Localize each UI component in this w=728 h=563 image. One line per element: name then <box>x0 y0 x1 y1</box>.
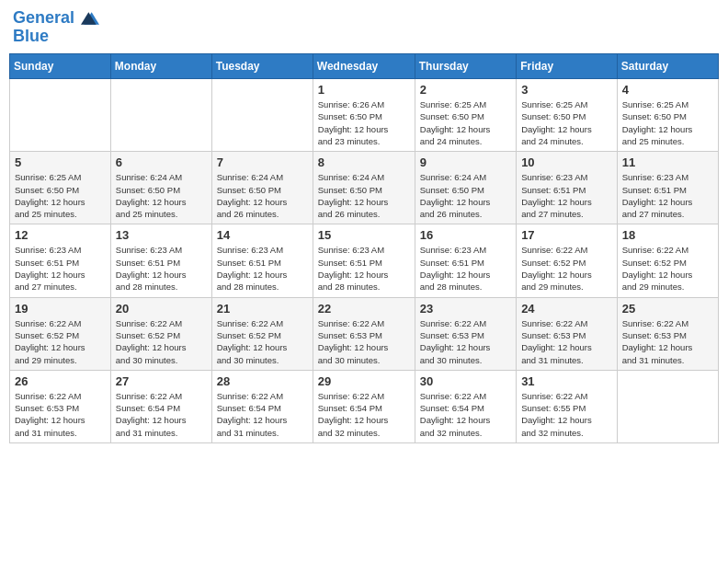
day-info: Sunrise: 6:23 AM Sunset: 6:51 PM Dayligh… <box>116 244 207 293</box>
calendar-cell: 25Sunrise: 6:22 AM Sunset: 6:53 PM Dayli… <box>617 297 718 370</box>
day-number: 30 <box>420 374 511 388</box>
logo-text: General Blue <box>13 9 99 46</box>
calendar-cell: 27Sunrise: 6:22 AM Sunset: 6:54 PM Dayli… <box>110 370 211 442</box>
day-number: 16 <box>420 228 511 242</box>
calendar-cell: 26Sunrise: 6:22 AM Sunset: 6:53 PM Dayli… <box>10 370 111 442</box>
day-info: Sunrise: 6:22 AM Sunset: 6:54 PM Dayligh… <box>116 390 207 439</box>
day-number: 31 <box>521 374 612 388</box>
day-info: Sunrise: 6:22 AM Sunset: 6:52 PM Dayligh… <box>622 244 713 293</box>
calendar-table: SundayMondayTuesdayWednesdayThursdayFrid… <box>9 53 719 443</box>
calendar-cell <box>10 79 111 152</box>
day-info: Sunrise: 6:22 AM Sunset: 6:53 PM Dayligh… <box>420 317 511 366</box>
day-number: 14 <box>217 228 308 242</box>
calendar-cell: 9Sunrise: 6:24 AM Sunset: 6:50 PM Daylig… <box>415 152 516 224</box>
day-info: Sunrise: 6:22 AM Sunset: 6:52 PM Dayligh… <box>116 317 207 366</box>
calendar-cell: 31Sunrise: 6:22 AM Sunset: 6:55 PM Dayli… <box>517 370 618 442</box>
logo: General Blue <box>13 9 99 46</box>
calendar-cell <box>617 370 718 442</box>
calendar-cell: 16Sunrise: 6:23 AM Sunset: 6:51 PM Dayli… <box>415 224 516 297</box>
day-number: 25 <box>622 302 713 316</box>
day-number: 7 <box>217 155 308 169</box>
day-info: Sunrise: 6:25 AM Sunset: 6:50 PM Dayligh… <box>15 171 106 220</box>
day-number: 5 <box>15 155 106 169</box>
calendar-cell: 11Sunrise: 6:23 AM Sunset: 6:51 PM Dayli… <box>617 152 718 224</box>
day-number: 13 <box>116 228 207 242</box>
day-info: Sunrise: 6:23 AM Sunset: 6:51 PM Dayligh… <box>420 244 511 293</box>
day-number: 15 <box>318 228 410 242</box>
day-info: Sunrise: 6:22 AM Sunset: 6:52 PM Dayligh… <box>217 317 308 366</box>
day-number: 27 <box>116 374 207 388</box>
calendar-week-row: 5Sunrise: 6:25 AM Sunset: 6:50 PM Daylig… <box>10 152 719 224</box>
calendar-cell: 23Sunrise: 6:22 AM Sunset: 6:53 PM Dayli… <box>415 297 516 370</box>
calendar-cell: 18Sunrise: 6:22 AM Sunset: 6:52 PM Dayli… <box>617 224 718 297</box>
day-number: 6 <box>116 155 207 169</box>
calendar-cell <box>110 79 211 152</box>
calendar-cell: 29Sunrise: 6:22 AM Sunset: 6:54 PM Dayli… <box>313 370 415 442</box>
calendar-week-row: 26Sunrise: 6:22 AM Sunset: 6:53 PM Dayli… <box>10 370 719 442</box>
day-info: Sunrise: 6:24 AM Sunset: 6:50 PM Dayligh… <box>217 171 308 220</box>
day-info: Sunrise: 6:22 AM Sunset: 6:55 PM Dayligh… <box>521 390 612 439</box>
calendar-cell: 4Sunrise: 6:25 AM Sunset: 6:50 PM Daylig… <box>617 79 718 152</box>
weekday-header-row: SundayMondayTuesdayWednesdayThursdayFrid… <box>10 54 719 79</box>
calendar-body: 1Sunrise: 6:26 AM Sunset: 6:50 PM Daylig… <box>10 79 719 443</box>
day-number: 18 <box>622 228 713 242</box>
day-number: 3 <box>521 83 612 97</box>
day-info: Sunrise: 6:25 AM Sunset: 6:50 PM Dayligh… <box>521 98 612 147</box>
calendar-cell: 7Sunrise: 6:24 AM Sunset: 6:50 PM Daylig… <box>211 152 313 224</box>
day-number: 23 <box>420 302 511 316</box>
day-number: 1 <box>318 83 410 97</box>
day-info: Sunrise: 6:22 AM Sunset: 6:52 PM Dayligh… <box>521 244 612 293</box>
day-info: Sunrise: 6:23 AM Sunset: 6:51 PM Dayligh… <box>217 244 308 293</box>
day-number: 20 <box>116 302 207 316</box>
day-info: Sunrise: 6:22 AM Sunset: 6:52 PM Dayligh… <box>15 317 106 366</box>
calendar-week-row: 1Sunrise: 6:26 AM Sunset: 6:50 PM Daylig… <box>10 79 719 152</box>
weekday-header-cell: Saturday <box>617 54 718 79</box>
calendar-cell: 10Sunrise: 6:23 AM Sunset: 6:51 PM Dayli… <box>517 152 618 224</box>
day-info: Sunrise: 6:26 AM Sunset: 6:50 PM Dayligh… <box>318 98 410 147</box>
day-info: Sunrise: 6:22 AM Sunset: 6:54 PM Dayligh… <box>217 390 308 439</box>
day-info: Sunrise: 6:22 AM Sunset: 6:54 PM Dayligh… <box>420 390 511 439</box>
day-number: 29 <box>318 374 410 388</box>
day-number: 11 <box>622 155 713 169</box>
calendar-cell: 28Sunrise: 6:22 AM Sunset: 6:54 PM Dayli… <box>211 370 313 442</box>
calendar-cell: 8Sunrise: 6:24 AM Sunset: 6:50 PM Daylig… <box>313 152 415 224</box>
calendar-cell: 6Sunrise: 6:24 AM Sunset: 6:50 PM Daylig… <box>110 152 211 224</box>
day-info: Sunrise: 6:25 AM Sunset: 6:50 PM Dayligh… <box>622 98 713 147</box>
calendar-week-row: 12Sunrise: 6:23 AM Sunset: 6:51 PM Dayli… <box>10 224 719 297</box>
day-number: 4 <box>622 83 713 97</box>
calendar-cell: 5Sunrise: 6:25 AM Sunset: 6:50 PM Daylig… <box>10 152 111 224</box>
calendar-cell: 30Sunrise: 6:22 AM Sunset: 6:54 PM Dayli… <box>415 370 516 442</box>
calendar-week-row: 19Sunrise: 6:22 AM Sunset: 6:52 PM Dayli… <box>10 297 719 370</box>
calendar-cell: 1Sunrise: 6:26 AM Sunset: 6:50 PM Daylig… <box>313 79 415 152</box>
day-number: 26 <box>15 374 106 388</box>
day-info: Sunrise: 6:23 AM Sunset: 6:51 PM Dayligh… <box>622 171 713 220</box>
day-info: Sunrise: 6:24 AM Sunset: 6:50 PM Dayligh… <box>318 171 410 220</box>
day-number: 2 <box>420 83 511 97</box>
calendar-cell: 22Sunrise: 6:22 AM Sunset: 6:53 PM Dayli… <box>313 297 415 370</box>
calendar-cell: 3Sunrise: 6:25 AM Sunset: 6:50 PM Daylig… <box>517 79 618 152</box>
day-info: Sunrise: 6:22 AM Sunset: 6:53 PM Dayligh… <box>15 390 106 439</box>
day-info: Sunrise: 6:24 AM Sunset: 6:50 PM Dayligh… <box>116 171 207 220</box>
calendar-cell: 19Sunrise: 6:22 AM Sunset: 6:52 PM Dayli… <box>10 297 111 370</box>
day-info: Sunrise: 6:22 AM Sunset: 6:53 PM Dayligh… <box>622 317 713 366</box>
day-number: 9 <box>420 155 511 169</box>
day-number: 12 <box>15 228 106 242</box>
day-info: Sunrise: 6:22 AM Sunset: 6:53 PM Dayligh… <box>521 317 612 366</box>
calendar-cell: 13Sunrise: 6:23 AM Sunset: 6:51 PM Dayli… <box>110 224 211 297</box>
day-info: Sunrise: 6:23 AM Sunset: 6:51 PM Dayligh… <box>318 244 410 293</box>
day-info: Sunrise: 6:23 AM Sunset: 6:51 PM Dayligh… <box>521 171 612 220</box>
weekday-header-cell: Tuesday <box>211 54 313 79</box>
weekday-header-cell: Thursday <box>415 54 516 79</box>
day-number: 19 <box>15 302 106 316</box>
weekday-header-cell: Sunday <box>10 54 111 79</box>
calendar-cell: 21Sunrise: 6:22 AM Sunset: 6:52 PM Dayli… <box>211 297 313 370</box>
calendar-cell <box>211 79 313 152</box>
weekday-header-cell: Wednesday <box>313 54 415 79</box>
day-info: Sunrise: 6:22 AM Sunset: 6:54 PM Dayligh… <box>318 390 410 439</box>
page-header: General Blue <box>9 9 719 46</box>
calendar-cell: 17Sunrise: 6:22 AM Sunset: 6:52 PM Dayli… <box>517 224 618 297</box>
weekday-header-cell: Monday <box>110 54 211 79</box>
weekday-header-cell: Friday <box>517 54 618 79</box>
day-number: 22 <box>318 302 410 316</box>
day-number: 24 <box>521 302 612 316</box>
